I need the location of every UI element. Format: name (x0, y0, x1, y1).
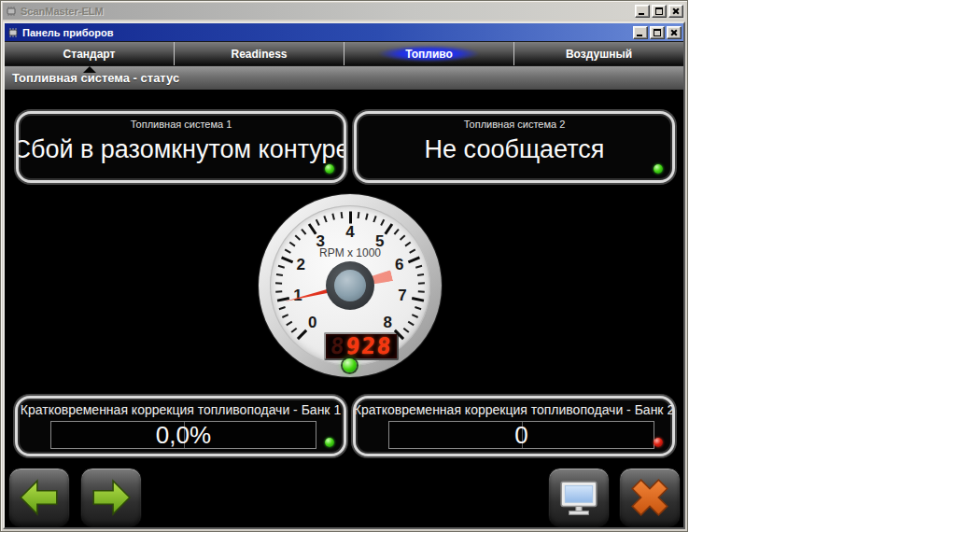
maximize-icon (654, 29, 661, 36)
minimize-icon (639, 13, 644, 15)
tab-air[interactable]: Воздушный (513, 42, 683, 65)
dashboard-window: Панель приборов Стандарт Readiness Топли… (3, 21, 685, 529)
status-led (654, 164, 663, 174)
trim-bar: 0,0% (50, 421, 316, 449)
next-page-button[interactable] (80, 468, 142, 527)
panel-label: Топливная система 2 (357, 119, 672, 132)
panel-value: Сбой в разомкнутом контуре (19, 135, 344, 167)
panel-label: Кратковременная коррекция топливоподачи … (18, 402, 344, 418)
dashboard-content: Топливная система 1 Сбой в разомкнутом к… (5, 90, 683, 527)
inner-maximize-button[interactable] (650, 26, 665, 39)
rpm-gauge: RPM x 1000 8928 012345678 (259, 194, 442, 377)
panel-label: Кратковременная коррекция топливоподачи … (356, 402, 672, 418)
inner-close-button[interactable] (667, 26, 682, 39)
tab-fuel[interactable]: Топливо (344, 42, 513, 65)
monitor-icon (557, 476, 600, 519)
gauge-hub (326, 261, 374, 310)
arrow-left-icon (18, 476, 61, 519)
arrow-right-icon (90, 476, 133, 519)
status-led (325, 164, 334, 174)
tab-readiness[interactable]: Readiness (174, 42, 344, 65)
inner-titlebar[interactable]: Панель приборов (5, 23, 683, 41)
section-title: Топливная система - статус (12, 71, 179, 85)
trim-bar: 0 (388, 421, 654, 449)
outer-maximize-button[interactable] (652, 5, 667, 18)
outer-titlebar[interactable]: ScanMaster-ELM (3, 3, 685, 20)
x-close-icon (628, 476, 671, 519)
panel-label: Топливная система 1 (19, 119, 344, 132)
close-dashboard-button[interactable] (619, 468, 681, 527)
outer-window-title: ScanMaster-ELM (18, 6, 633, 17)
chip-icon (7, 27, 20, 38)
tab-label: Топливо (405, 48, 453, 61)
chip-icon (5, 6, 18, 17)
fuel-system-2-panel: Топливная система 2 Не сообщается (354, 111, 675, 183)
scanmaster-window: ScanMaster-ELM Панель приборов (0, 0, 688, 532)
tab-label: Readiness (231, 48, 287, 61)
minimize-icon (637, 35, 642, 36)
tab-bar: Стандарт Readiness Топливо Воздушный (5, 41, 683, 65)
tab-label: Стандарт (63, 48, 116, 61)
status-led (325, 438, 334, 447)
tab-label: Воздушный (566, 48, 632, 61)
monitor-view-button[interactable] (548, 468, 610, 527)
trim-value: 0,0% (51, 422, 316, 448)
desktop: ScanMaster-ELM Панель приборов (0, 0, 956, 560)
short-term-fuel-trim-bank1-panel: Кратковременная коррекция топливоподачи … (15, 396, 346, 456)
inner-minimize-button[interactable] (633, 26, 648, 39)
tab-standard[interactable]: Стандарт (5, 42, 174, 65)
outer-close-button[interactable] (668, 5, 683, 18)
fuel-system-1-panel: Топливная система 1 Сбой в разомкнутом к… (16, 111, 346, 183)
status-led (654, 438, 663, 447)
maximize-icon (655, 7, 663, 15)
inner-window-title: Панель приборов (20, 27, 631, 38)
prev-page-button[interactable] (8, 468, 70, 527)
section-header: Топливная система - статус (5, 65, 683, 90)
short-term-fuel-trim-bank2-panel: Кратковременная коррекция топливоподачи … (353, 396, 675, 456)
trim-value: 0 (389, 422, 654, 448)
outer-minimize-button[interactable] (635, 5, 650, 18)
gauge-status-led (343, 358, 357, 372)
active-tab-pointer-icon (83, 66, 96, 73)
panel-value: Не сообщается (357, 135, 672, 167)
